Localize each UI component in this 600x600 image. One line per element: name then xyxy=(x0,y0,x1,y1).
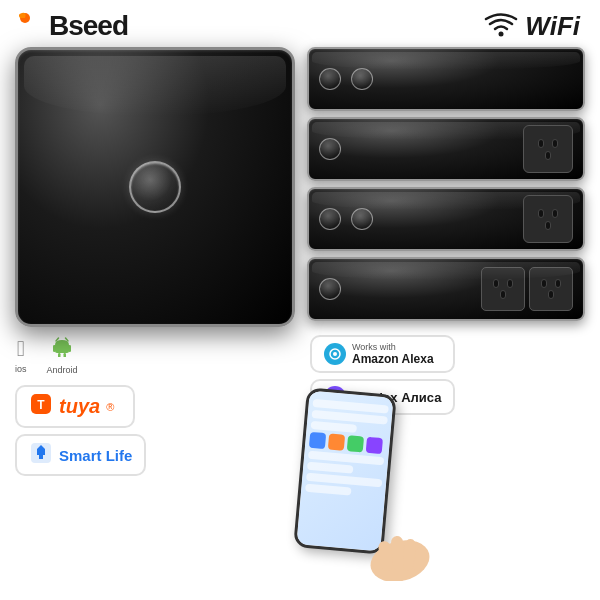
socket-hole-3-bottom xyxy=(545,221,551,230)
svg-rect-4 xyxy=(53,345,56,352)
alexa-badge: Works with Amazon Alexa xyxy=(310,335,455,373)
header: Bseed WiFi xyxy=(0,0,600,47)
touch-button-big[interactable] xyxy=(129,161,181,213)
touch-button-s3-1[interactable] xyxy=(319,208,341,230)
bottom-left:  ios Android xyxy=(15,335,295,476)
bseed-logo-icon xyxy=(15,12,43,40)
badge-row-1: T tuya ® xyxy=(15,385,295,428)
phone-bar-5 xyxy=(307,462,353,474)
smartlife-text: Smart Life xyxy=(59,447,132,464)
badge-row-2: Smart Life xyxy=(15,434,295,476)
main-content xyxy=(0,47,600,327)
apple-icon:  xyxy=(17,336,25,362)
svg-text:T: T xyxy=(37,398,45,412)
alexa-top: Works with Amazon Alexa xyxy=(324,342,434,366)
tuya-badge: T tuya ® xyxy=(15,385,135,428)
socket-double-left xyxy=(481,267,525,311)
phone-app-icon-4 xyxy=(366,437,383,454)
brand-name: Bseed xyxy=(49,10,128,42)
socket-outlet-row3 xyxy=(523,195,573,243)
socket-top-holes xyxy=(538,139,558,148)
touch-button-s4-1[interactable] xyxy=(319,278,341,300)
bottom-right: Works with Amazon Alexa Yandex Алиса xyxy=(310,335,585,581)
bottom-section:  ios Android xyxy=(0,327,600,581)
svg-line-8 xyxy=(56,338,59,341)
big-switch-container xyxy=(15,47,295,327)
socket-d-h3 xyxy=(541,279,547,288)
hand-icon xyxy=(360,491,440,581)
socket-d-h2 xyxy=(507,279,513,288)
socket-outlet-single xyxy=(523,125,573,173)
alexa-icon xyxy=(324,343,346,365)
platform-icons:  ios Android xyxy=(15,335,295,375)
socket-top-holes-3 xyxy=(538,209,558,218)
socket-hole-right xyxy=(552,139,558,148)
smartlife-badge: Smart Life xyxy=(15,434,146,476)
alexa-text-block: Works with Amazon Alexa xyxy=(352,342,434,366)
tuya-icon: T xyxy=(29,392,53,421)
socket-d-h4 xyxy=(555,279,561,288)
touch-button-s1-1[interactable] xyxy=(319,68,341,90)
brand: Bseed xyxy=(15,10,128,42)
phone-container xyxy=(300,391,410,551)
socket-d-h1 xyxy=(493,279,499,288)
svg-point-16 xyxy=(333,352,337,356)
alexa-main-text: Amazon Alexa xyxy=(352,352,434,366)
android-icon xyxy=(51,335,73,363)
tuya-trademark: ® xyxy=(106,401,114,413)
socket-d-hb1 xyxy=(500,290,506,299)
touch-button-s3-2[interactable] xyxy=(351,208,373,230)
alexa-works-with: Works with xyxy=(352,342,434,352)
socket-d-top-1 xyxy=(493,279,513,288)
socket-hole-3-left xyxy=(538,209,544,218)
tuya-text: tuya xyxy=(59,395,100,418)
touch-button-s2-1[interactable] xyxy=(319,138,341,160)
small-switch-row-3[interactable] xyxy=(307,187,585,251)
touch-button-s1-2[interactable] xyxy=(351,68,373,90)
svg-rect-5 xyxy=(69,345,72,352)
svg-line-9 xyxy=(66,338,69,341)
phone-app-icon-2 xyxy=(328,433,345,450)
ios-label: ios xyxy=(15,364,27,374)
socket-d-top-2 xyxy=(541,279,561,288)
small-switches-column xyxy=(307,47,585,327)
phone-bar-3 xyxy=(311,421,357,433)
big-switch-panel[interactable] xyxy=(15,47,295,327)
wifi-label: WiFi xyxy=(525,11,580,42)
phone-app-icon-1 xyxy=(309,432,326,449)
socket-hole-3-right xyxy=(552,209,558,218)
svg-rect-6 xyxy=(58,353,61,357)
wifi-icon xyxy=(483,12,519,40)
socket-double-right xyxy=(529,267,573,311)
svg-point-1 xyxy=(499,32,504,37)
socket-hole-left xyxy=(538,139,544,148)
small-switch-row-1[interactable] xyxy=(307,47,585,111)
smartlife-icon xyxy=(29,441,53,469)
small-switch-row-2[interactable] xyxy=(307,117,585,181)
svg-rect-7 xyxy=(64,353,67,357)
svg-rect-13 xyxy=(39,455,43,459)
android-platform: Android xyxy=(47,335,78,375)
ios-platform:  ios xyxy=(15,336,27,374)
socket-hole-bottom xyxy=(545,151,551,160)
android-label: Android xyxy=(47,365,78,375)
socket-d-hb2 xyxy=(548,290,554,299)
phone-bar-7 xyxy=(305,484,351,496)
wifi-area: WiFi xyxy=(483,11,580,42)
phone-app-icon-3 xyxy=(347,435,364,452)
small-switch-row-4[interactable] xyxy=(307,257,585,321)
